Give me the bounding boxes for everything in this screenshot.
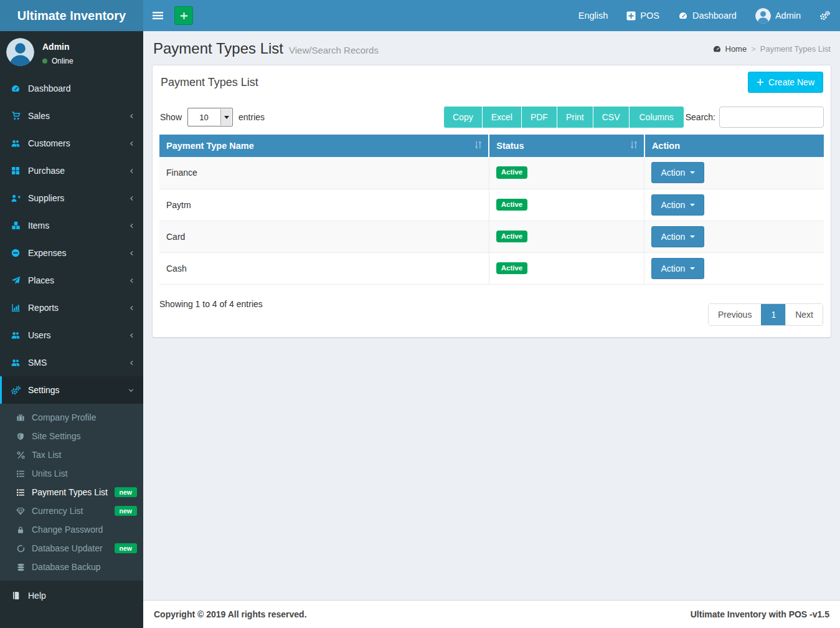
bar-chart-icon bbox=[9, 303, 22, 312]
sidebar-item-label: Items bbox=[28, 221, 49, 231]
sidebar-item-label: Reports bbox=[28, 303, 59, 313]
chevron-left-icon bbox=[129, 332, 134, 339]
pagination-page-1-button[interactable]: 1 bbox=[761, 304, 785, 325]
nav-settings-button[interactable] bbox=[810, 0, 840, 31]
breadcrumb-home[interactable]: Home bbox=[712, 44, 747, 54]
sidebar-subitem-currency-list[interactable]: Currency List new bbox=[0, 502, 143, 520]
plus-icon bbox=[180, 12, 188, 20]
column-header-action: Action bbox=[644, 135, 824, 157]
sidebar-item-reports[interactable]: Reports bbox=[0, 294, 143, 321]
pagination: Previous 1 Next bbox=[708, 303, 823, 326]
sidebar-item-expenses[interactable]: Expenses bbox=[0, 239, 143, 267]
sidebar-item-sales[interactable]: Sales bbox=[0, 102, 143, 130]
sidebar-subitem-units-list[interactable]: Units List bbox=[0, 464, 143, 483]
sidebar-item-users[interactable]: Users bbox=[0, 321, 143, 349]
nav-dashboard[interactable]: Dashboard bbox=[669, 0, 746, 31]
main-header: Ultimate Inventory English bbox=[0, 0, 840, 31]
sidebar-subitem-database-updater[interactable]: Database Updater new bbox=[0, 539, 143, 558]
print-button[interactable]: Print bbox=[557, 107, 593, 128]
column-header-status[interactable]: Status bbox=[489, 135, 644, 157]
sidebar-subitem-company-profile[interactable]: Company Profile bbox=[0, 408, 143, 427]
create-new-button[interactable]: Create New bbox=[748, 72, 823, 93]
sidebar-subitem-label: Currency List bbox=[32, 506, 83, 516]
sidebar-subitem-payment-types-list[interactable]: Payment Types List new bbox=[0, 483, 143, 502]
page-length-select[interactable]: 10 bbox=[187, 108, 233, 126]
create-new-label: Create New bbox=[768, 77, 814, 87]
nav-user-label: Admin bbox=[775, 11, 801, 21]
select-arrow-icon bbox=[220, 109, 232, 125]
top-navbar: English POS Dashboard bbox=[143, 0, 840, 31]
online-dot-icon bbox=[42, 59, 47, 64]
sidebar-item-help[interactable]: Help bbox=[0, 582, 143, 609]
nav-user-menu[interactable]: Admin bbox=[746, 0, 810, 31]
row-action-button[interactable]: Action bbox=[651, 194, 704, 216]
sidebar-item-purchase[interactable]: Purchase bbox=[0, 157, 143, 184]
table-header-row: Payment Type Name Status bbox=[159, 135, 824, 157]
sidebar-subitem-label: Database Backup bbox=[32, 562, 101, 572]
sidebar-subitem-tax-list[interactable]: Tax List bbox=[0, 445, 143, 464]
lock-icon bbox=[15, 526, 26, 534]
quick-add-button[interactable] bbox=[174, 6, 193, 25]
sidebar-subitem-database-backup[interactable]: Database Backup bbox=[0, 558, 143, 576]
sidebar-item-settings[interactable]: Settings bbox=[0, 376, 143, 404]
brand-logo[interactable]: Ultimate Inventory bbox=[0, 0, 143, 31]
sidebar-item-dashboard[interactable]: Dashboard bbox=[0, 75, 143, 102]
row-action-button[interactable]: Action bbox=[651, 226, 704, 247]
page-length-value: 10 bbox=[188, 108, 220, 126]
sidebar-subitem-label: Site Settings bbox=[32, 431, 81, 441]
main-footer: Copyright © 2019 All rights reserved. Ul… bbox=[143, 600, 840, 628]
sidebar-item-label: Settings bbox=[28, 385, 60, 395]
sidebar-item-items[interactable]: Items bbox=[0, 212, 143, 239]
status-badge: Active bbox=[496, 199, 528, 211]
row-action-button[interactable]: Action bbox=[651, 162, 704, 183]
settings-submenu: Company Profile Site Settings Tax List U… bbox=[0, 404, 143, 581]
database-icon bbox=[15, 563, 26, 571]
chevron-left-icon bbox=[129, 195, 134, 202]
sidebar-item-label: Help bbox=[28, 591, 46, 601]
export-button-group: Copy Excel PDF Print CSV Columns bbox=[444, 107, 684, 128]
excel-button[interactable]: Excel bbox=[483, 107, 521, 128]
pagination-previous-button[interactable]: Previous bbox=[709, 304, 761, 325]
copy-button[interactable]: Copy bbox=[444, 107, 482, 128]
gem-icon bbox=[15, 507, 26, 515]
payment-type-name-cell: Paytm bbox=[159, 189, 489, 221]
gears-icon bbox=[9, 386, 22, 395]
user-status[interactable]: Online bbox=[42, 57, 73, 65]
columns-button[interactable]: Columns bbox=[630, 107, 684, 128]
csv-button[interactable]: CSV bbox=[593, 107, 629, 128]
nav-pos[interactable]: POS bbox=[617, 0, 669, 31]
users-icon bbox=[9, 331, 22, 340]
sidebar-item-suppliers[interactable]: Suppliers bbox=[0, 184, 143, 212]
pdf-button[interactable]: PDF bbox=[522, 107, 557, 128]
sidebar-item-sms[interactable]: SMS bbox=[0, 349, 143, 376]
sidebar-subitem-label: Units List bbox=[32, 469, 68, 478]
sidebar-item-customers[interactable]: Customers bbox=[0, 130, 143, 157]
search-input[interactable] bbox=[719, 107, 824, 128]
payment-types-panel: Payment Types List Create New Show 10 bbox=[152, 65, 831, 338]
breadcrumb: Home > Payment Types List bbox=[712, 44, 831, 54]
row-action-button[interactable]: Action bbox=[651, 258, 704, 279]
sidebar-toggle-button[interactable] bbox=[143, 0, 172, 31]
column-header-payment-type-name[interactable]: Payment Type Name bbox=[159, 135, 489, 157]
sidebar-subitem-change-password[interactable]: Change Password bbox=[0, 520, 143, 539]
plus-icon bbox=[757, 78, 764, 86]
sidebar-item-label: Expenses bbox=[28, 248, 66, 258]
sidebar-item-label: Purchase bbox=[28, 166, 65, 176]
table-row: Cash Active Action bbox=[159, 252, 824, 284]
sidebar-subitem-label: Tax List bbox=[32, 450, 61, 460]
sidebar-subitem-site-settings[interactable]: Site Settings bbox=[0, 427, 143, 445]
briefcase-icon bbox=[15, 414, 26, 422]
payment-types-table: Payment Type Name Status bbox=[159, 135, 824, 285]
nav-pos-label: POS bbox=[640, 11, 659, 21]
chevron-left-icon bbox=[129, 305, 134, 312]
status-badge: Active bbox=[496, 262, 528, 275]
nav-language[interactable]: English bbox=[569, 0, 618, 31]
pagination-next-button[interactable]: Next bbox=[785, 304, 823, 325]
sidebar-item-places[interactable]: Places bbox=[0, 267, 143, 294]
breadcrumb-current: Payment Types List bbox=[760, 44, 831, 54]
tachometer-icon bbox=[678, 11, 688, 20]
chevron-left-icon bbox=[129, 277, 134, 284]
search-label: Search: bbox=[686, 112, 715, 122]
footer-version: Ultimate Inventory with POS -v1.5 bbox=[691, 609, 829, 619]
export-and-search: Copy Excel PDF Print CSV Columns Search: bbox=[444, 107, 824, 128]
